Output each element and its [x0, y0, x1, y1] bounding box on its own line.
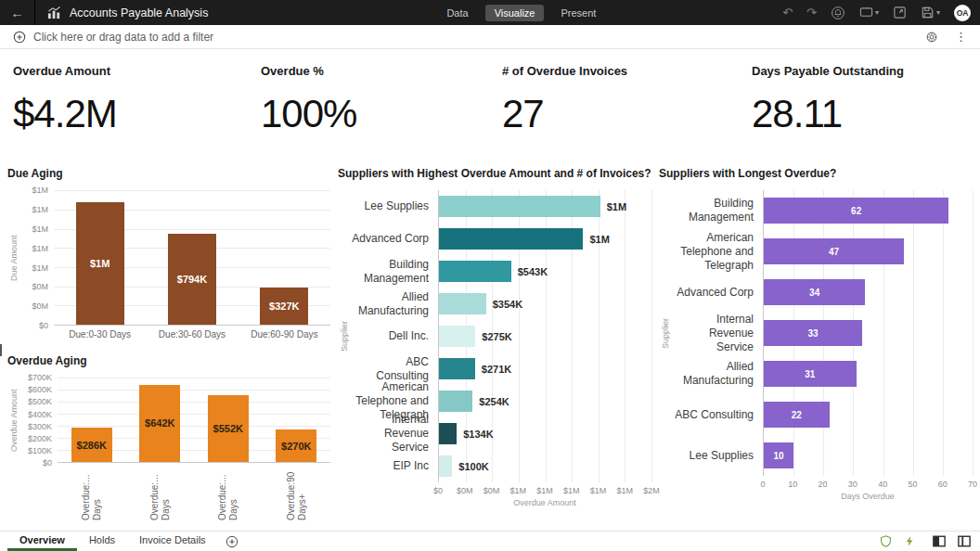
tab-present[interactable]: Present	[559, 5, 598, 21]
category-label: Overdue:... Days	[126, 467, 195, 522]
insights-badge-icon[interactable]	[880, 535, 892, 547]
bar-Overdue:... Days[interactable]: $552K	[208, 395, 249, 462]
category-label: Building Management	[672, 190, 763, 231]
axis-tick: 30	[848, 480, 858, 489]
kpi-overdue-invoices[interactable]: # of Overdue Invoices 27	[502, 64, 752, 135]
notifications-bell-icon[interactable]	[831, 6, 845, 20]
bar-American Telephone and Telegraph[interactable]: $254K	[439, 391, 472, 412]
bar-EIP Inc[interactable]: $100K	[439, 455, 452, 477]
bar-Lee Supplies[interactable]: 10	[764, 442, 793, 468]
canvas-tab-invoice-details[interactable]: Invoice Details	[127, 532, 218, 551]
bar-Advanced Corp[interactable]: 34	[764, 279, 865, 305]
canvas-menu-kebab-icon[interactable]: ⋮	[955, 30, 967, 44]
export-popout-icon[interactable]	[893, 6, 907, 19]
data-panel-toggle-icon[interactable]	[958, 535, 971, 547]
bar-data-label: $254K	[479, 396, 509, 407]
kpi-row: Overdue Amount $4.2M Overdue % 100% # of…	[0, 49, 980, 135]
bar-row: $271K	[439, 352, 651, 385]
bar-row: $100K	[439, 450, 651, 482]
y-axis-title: Supplier	[659, 190, 672, 476]
bar-cell: $270K	[263, 378, 331, 462]
bar-data-label: 31	[805, 369, 815, 379]
axis-tick: $0M	[484, 486, 500, 495]
category-label: American Telephone and Telegraph	[672, 231, 763, 272]
comments-icon[interactable]: ▾	[859, 6, 879, 19]
kpi-overdue-amount[interactable]: Overdue Amount $4.2M	[13, 64, 261, 135]
bar-Allied Manufacturing[interactable]: 31	[764, 361, 857, 387]
filter-bar-actions: ⋮	[925, 30, 967, 44]
bar-cell: $642K	[126, 378, 195, 462]
bar-Lee Supplies[interactable]: $1M	[439, 196, 600, 217]
undo-icon[interactable]: ↶	[782, 6, 793, 19]
category-label: Advanced Corp	[351, 223, 438, 255]
category-label: Overdue:... Days	[58, 467, 126, 522]
bar-Advanced Corp[interactable]: $1M	[439, 228, 583, 250]
y-axis-title: Overdue Amount	[7, 378, 20, 463]
category-label: Due:0-30 Days	[54, 329, 146, 340]
bar-data-label: $552K	[213, 423, 243, 434]
back-button[interactable]: ←	[0, 0, 35, 25]
bar-Dell Inc.[interactable]: $275K	[439, 326, 475, 347]
grammar-panel-toggle-icon[interactable]	[933, 535, 946, 547]
bar-ABC Consulting[interactable]: 22	[764, 402, 830, 428]
bar-Building Management[interactable]: $543K	[439, 261, 511, 282]
bar-data-label: $134K	[463, 429, 493, 440]
gridline	[651, 190, 652, 482]
bar-Overdue:... Days[interactable]: $642K	[139, 385, 180, 462]
bar-data-label: 34	[809, 288, 819, 298]
panel-resize-handle[interactable]	[0, 344, 2, 356]
category-label: Dell Inc.	[351, 320, 438, 352]
chart-overdue-aging: Overdue AgingOverdue Amount$700K$600K$50…	[7, 354, 330, 522]
bar-row: 62	[764, 190, 973, 231]
category-labels: Building ManagementAmerican Telephone an…	[672, 190, 763, 476]
bar-Due:60-90 Days[interactable]: $327K	[260, 288, 308, 326]
canvas-tab-overview[interactable]: Overview	[7, 532, 77, 551]
axis-tick: 40	[878, 480, 887, 489]
filter-settings-gear-icon[interactable]	[925, 31, 938, 44]
bar-cell: $794K	[146, 190, 238, 325]
tab-visualize[interactable]: Visualize	[485, 5, 545, 21]
save-icon[interactable]: ▾	[921, 6, 940, 19]
user-avatar[interactable]: OA	[954, 5, 971, 21]
x-axis-labels: Overdue:... DaysOverdue:... DaysOverdue:…	[58, 463, 330, 522]
bar-Overdue:... Days[interactable]: $286K	[71, 428, 112, 462]
kpi-days-payable[interactable]: Days Payable Outstanding 28.11	[752, 64, 980, 135]
save-caret-icon: ▾	[936, 9, 940, 17]
app-window: ← Accounts Payable Analysis Data Visuali…	[0, 0, 980, 551]
bar-Overdue:90 Days+[interactable]: $270K	[276, 429, 316, 462]
canvas-tab-holds[interactable]: Holds	[77, 532, 127, 551]
kpi-label: Days Payable Outstanding	[752, 64, 980, 78]
bar-Building Management[interactable]: 62	[764, 198, 948, 224]
redo-icon[interactable]: ↷	[806, 6, 817, 19]
x-axis-title: Overdue Amount	[438, 498, 651, 507]
bar-row: 34	[764, 272, 973, 313]
plot-area: 62473433312210	[763, 190, 973, 476]
kpi-value: 100%	[261, 93, 502, 135]
plot-area: $286K$642K$552K$270K	[58, 378, 330, 463]
bars: $1M$794K$327K	[54, 190, 330, 325]
bar-row: 33	[764, 313, 973, 353]
bar-data-label: 62	[851, 206, 861, 216]
kpi-label: # of Overdue Invoices	[502, 64, 752, 78]
bar-Internal Revenue Service[interactable]: $134K	[439, 423, 457, 444]
kpi-value: 28.11	[752, 93, 980, 135]
bar-ABC Consulting[interactable]: $271K	[439, 358, 475, 379]
add-filter-icon[interactable]	[13, 31, 26, 44]
filter-prompt[interactable]: Click here or drag data to add a filter	[33, 31, 213, 44]
bar-Due:0-30 Days[interactable]: $1M	[76, 202, 124, 325]
bar-Internal Revenue Service[interactable]: 33	[764, 320, 862, 346]
tab-data[interactable]: Data	[445, 5, 470, 21]
bar-American Telephone and Telegraph[interactable]: 47	[764, 238, 904, 264]
bar-data-label: $327K	[269, 301, 299, 312]
toolbar-actions: ↶ ↷ ▾	[782, 5, 971, 21]
axis-tick: $1M	[590, 486, 607, 495]
bar-Due:30-60 Days[interactable]: $794K	[168, 234, 216, 326]
horizontal-bar-chart: SupplierLee SuppliesAdvanced CorpBuildin…	[338, 190, 651, 482]
kpi-overdue-percent[interactable]: Overdue % 100%	[261, 64, 502, 135]
category-label: Overdue:90 Days+	[263, 467, 331, 522]
add-canvas-icon[interactable]	[226, 532, 239, 551]
auto-insights-spark-icon[interactable]	[904, 535, 915, 547]
axis-tick: $0M	[457, 486, 473, 495]
bar-Allied Manufacturing[interactable]: $354K	[439, 293, 486, 314]
bars: $286K$642K$552K$270K	[58, 378, 330, 462]
